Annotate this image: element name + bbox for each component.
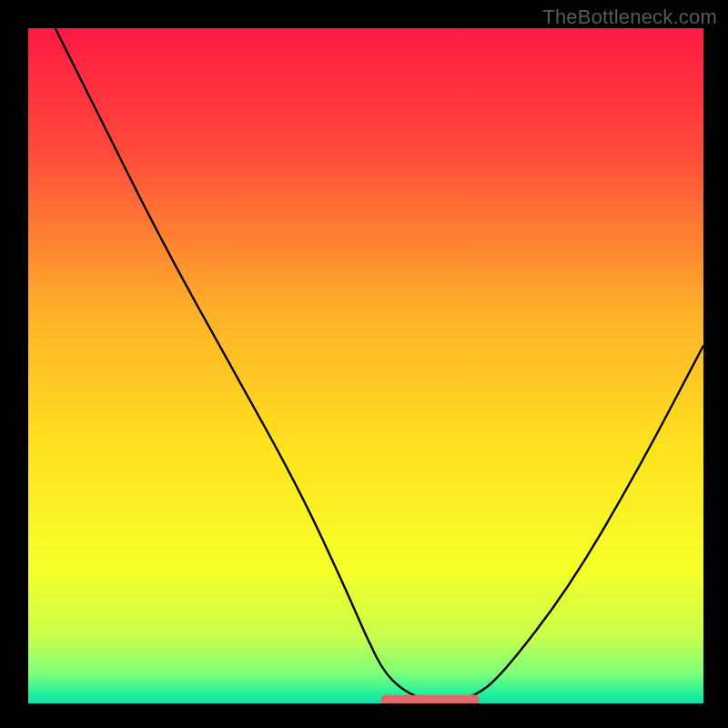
optimal-range-end [469,694,480,705]
optimal-range-start [380,694,391,705]
chart-stage: TheBottleneck.com [0,0,728,728]
gradient-background [28,28,703,703]
bottleneck-chart [0,0,728,728]
attribution-label: TheBottleneck.com [542,5,717,29]
